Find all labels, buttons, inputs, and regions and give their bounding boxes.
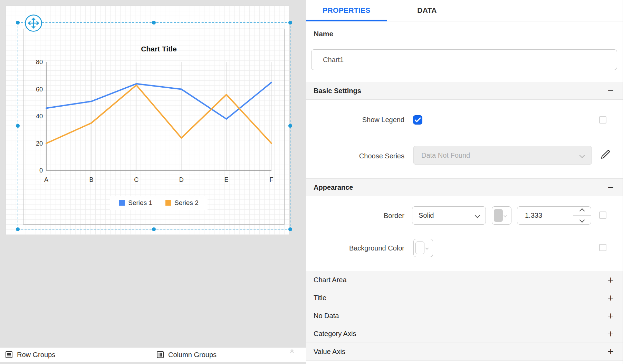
background-color-picker[interactable] [413, 239, 433, 257]
border-style-dropdown[interactable]: Solid [412, 206, 486, 225]
border-expression-checkbox[interactable] [599, 211, 606, 219]
show-legend-checkbox[interactable] [413, 115, 422, 125]
column-groups-pane: Column Groups [156, 347, 217, 362]
name-input[interactable] [311, 49, 617, 70]
choose-series-value: Data Not Found [421, 151, 470, 159]
tab-properties[interactable]: PROPERTIES [306, 0, 387, 21]
border-label: Border [306, 212, 404, 220]
background-expression-checkbox[interactable] [599, 244, 606, 251]
check-icon [413, 116, 422, 124]
choose-series-label: Choose Series [306, 152, 404, 160]
collapse-groups-button[interactable] [287, 350, 296, 360]
background-color-swatch [415, 242, 424, 254]
name-label: Name [314, 30, 333, 38]
report-page[interactable]: Chart Title 020406080ABCDEF Series 1 Ser… [6, 6, 289, 235]
expand-icon[interactable]: + [607, 294, 614, 303]
resize-handle-bottom-right[interactable] [288, 227, 292, 231]
choose-series-dropdown[interactable]: Data Not Found [413, 146, 592, 165]
expand-icon[interactable]: + [607, 312, 614, 321]
chevron-down-icon [579, 217, 585, 223]
active-tab-indicator [306, 20, 387, 21]
border-width-input[interactable]: 1.333 [517, 206, 591, 225]
resize-handle-top-left[interactable] [16, 21, 20, 24]
section-title-settings[interactable]: Title + [306, 289, 623, 307]
resize-handle-top-middle[interactable] [152, 21, 156, 24]
grouping-footer-bar: Row Groups Column Groups [0, 347, 306, 362]
column-groups-icon [156, 351, 164, 359]
expand-icon[interactable]: + [607, 347, 614, 356]
properties-panel: PROPERTIES DATA Name Basic Settings − Sh… [306, 0, 623, 364]
collapse-icon[interactable]: − [607, 86, 614, 95]
design-canvas: Chart Title 020406080ABCDEF Series 1 Ser… [0, 0, 306, 364]
expand-icon[interactable]: + [607, 329, 614, 338]
resize-handle-middle-left[interactable] [16, 124, 20, 128]
section-title: Value Axis [314, 348, 345, 356]
section-title: Category Axis [314, 330, 356, 338]
spinner-up-button[interactable] [573, 207, 591, 216]
section-chart-area[interactable]: Chart Area + [306, 271, 623, 289]
border-width-value: 1.333 [517, 207, 573, 224]
border-width-spinner [573, 207, 591, 224]
collapse-icon[interactable]: − [607, 183, 614, 192]
section-title: Title [314, 294, 326, 302]
show-legend-expression-checkbox[interactable] [599, 116, 606, 124]
section-title: Appearance [314, 184, 353, 191]
column-groups-label: Column Groups [168, 351, 217, 359]
chevron-down-icon [475, 213, 480, 218]
border-color-swatch [494, 209, 503, 222]
move-handle-icon[interactable] [25, 14, 42, 32]
section-category-axis[interactable]: Category Axis + [306, 325, 623, 343]
show-legend-label: Show Legend [306, 116, 404, 124]
expand-icon[interactable]: + [607, 276, 614, 285]
chevron-up-icon [579, 208, 585, 214]
row-groups-label: Row Groups [17, 351, 55, 359]
resize-handle-bottom-left[interactable] [16, 227, 20, 231]
panel-tabbar: PROPERTIES DATA [306, 0, 623, 21]
section-no-data[interactable]: No Data + [306, 307, 623, 325]
section-title: No Data [314, 312, 339, 320]
tab-data[interactable]: DATA [387, 0, 467, 21]
row-groups-icon [5, 351, 13, 359]
resize-handle-middle-right[interactable] [288, 124, 292, 128]
resize-handle-top-right[interactable] [288, 21, 292, 24]
chevron-down-icon [579, 153, 585, 158]
spinner-down-button[interactable] [573, 216, 591, 224]
border-style-value: Solid [419, 211, 434, 219]
section-basic-settings[interactable]: Basic Settings − [306, 82, 623, 100]
border-color-picker[interactable] [492, 206, 511, 225]
section-value-axis[interactable]: Value Axis + [306, 343, 623, 361]
section-title: Chart Area [314, 276, 347, 284]
selection-outline [18, 22, 290, 229]
row-groups-pane: Row Groups [5, 347, 55, 362]
chevron-down-icon [504, 214, 507, 217]
background-color-label: Background Color [306, 244, 404, 252]
resize-handle-bottom-middle[interactable] [152, 227, 156, 231]
edit-series-button[interactable] [600, 149, 611, 160]
chevron-down-icon [425, 246, 429, 250]
section-title: Basic Settings [314, 87, 361, 95]
section-appearance[interactable]: Appearance − [306, 178, 623, 196]
